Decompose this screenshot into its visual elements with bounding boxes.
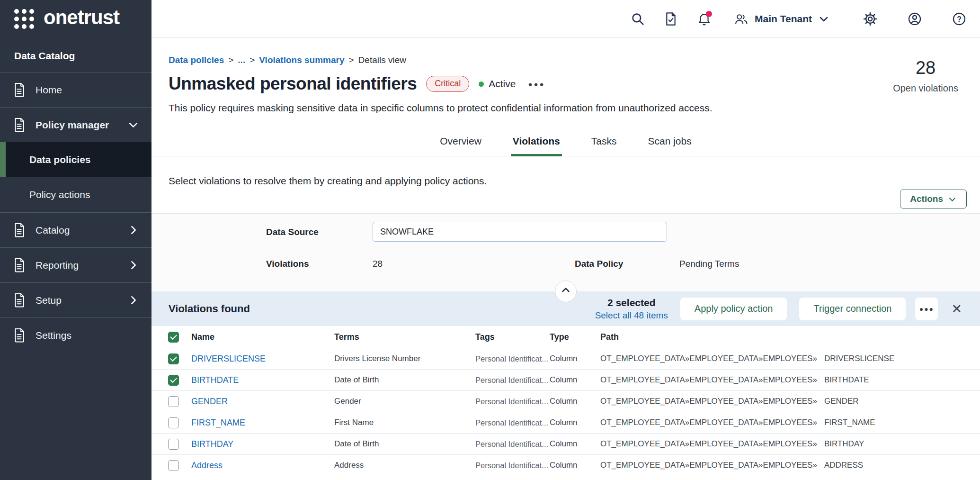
logo-wordmark: onetrust xyxy=(44,8,119,30)
sidebar-item-label: Reporting xyxy=(36,260,79,271)
violation-name-link[interactable]: Address xyxy=(191,461,334,471)
row-checkbox[interactable] xyxy=(168,439,179,450)
product-name: Data Catalog xyxy=(0,38,151,72)
chevron-down-icon xyxy=(127,119,139,131)
document-icon xyxy=(13,118,26,132)
sidebar-item-policy-actions[interactable]: Policy actions xyxy=(0,177,151,212)
panel-more-options-icon[interactable]: ●●● xyxy=(915,298,938,320)
table-row: BIRTHDATEDate of BirthPersonal Identific… xyxy=(151,370,980,391)
sidebar-item-settings[interactable]: Settings xyxy=(0,317,151,353)
tenant-selector[interactable]: Main Tenant xyxy=(734,13,829,25)
apply-policy-action-button[interactable]: Apply policy action xyxy=(680,298,787,320)
row-checkbox[interactable] xyxy=(168,417,179,428)
violation-name-link[interactable]: FIRST_NAME xyxy=(191,418,334,428)
more-options-icon[interactable]: ●●● xyxy=(525,78,548,90)
sidebar-item-home[interactable]: Home xyxy=(0,72,151,107)
violation-name-link[interactable]: BIRTHDATE xyxy=(191,375,334,385)
tab-violations[interactable]: Violations xyxy=(511,129,562,156)
table-row: BIRTHDAYDate of BirthPersonal Identifica… xyxy=(151,434,980,455)
data-source-input[interactable] xyxy=(373,222,667,242)
data-policy-label: Data Policy xyxy=(575,259,623,269)
breadcrumb-separator: > xyxy=(228,55,233,65)
row-checkbox[interactable] xyxy=(168,396,179,407)
column-header-path: Path xyxy=(600,332,980,342)
sidebar-item-data-policies[interactable]: Data policies xyxy=(0,142,151,177)
chevron-up-icon xyxy=(560,284,572,297)
violation-term: First Name xyxy=(334,418,475,427)
row-checkbox[interactable] xyxy=(168,460,179,471)
sidebar-item-label: Policy actions xyxy=(29,189,90,200)
violation-path: OT_EMPLOYEE_DATA»EMPLOYEE_DATA»EMPLOYEES… xyxy=(600,375,980,385)
instruction-text: Select violations to resolve them by cre… xyxy=(169,175,963,187)
settings-gear-icon[interactable] xyxy=(859,8,882,30)
violations-found-title: Violations found xyxy=(169,303,250,315)
account-icon[interactable] xyxy=(903,8,926,30)
chevron-right-icon xyxy=(127,259,139,271)
document-icon xyxy=(13,328,26,343)
violation-path: OT_EMPLOYEE_DATA»EMPLOYEE_DATA»EMPLOYEES… xyxy=(600,418,980,427)
status-indicator: Active xyxy=(479,78,516,90)
breadcrumb-item-data-policies[interactable]: Data policies xyxy=(169,55,224,65)
select-all-link[interactable]: Select all 48 items xyxy=(595,310,668,321)
tenant-label: Main Tenant xyxy=(755,13,812,25)
notifications-bell-icon[interactable] xyxy=(693,8,715,30)
violation-name-link[interactable]: BIRTHDAY xyxy=(191,439,334,449)
document-icon xyxy=(13,82,26,97)
sidebar-item-label: Policy manager xyxy=(36,119,109,131)
main-area: Main Tenant ? Data policies>...> xyxy=(151,0,980,480)
policy-description: This policy requires masking sensitive d… xyxy=(169,102,963,114)
violation-type: Column xyxy=(550,418,600,427)
tab-overview[interactable]: Overview xyxy=(438,129,483,156)
violation-type: Column xyxy=(550,397,600,406)
sidebar-item-policy-manager[interactable]: Policy manager xyxy=(0,107,151,142)
onetrust-logo[interactable]: onetrust xyxy=(0,0,151,38)
violation-tags: Personal Identificat... xyxy=(475,440,550,449)
sidebar-item-reporting[interactable]: Reporting xyxy=(0,247,151,282)
chevron-down-icon xyxy=(948,195,957,204)
select-all-checkbox[interactable] xyxy=(168,332,179,343)
table-body: DRIVERSLICENSEDrivers License NumberPers… xyxy=(151,348,980,476)
violation-name-link[interactable]: GENDER xyxy=(191,397,334,407)
violation-term: Address xyxy=(334,461,475,470)
breadcrumb-item-violations-summary[interactable]: Violations summary xyxy=(259,55,344,65)
content: Data policies>...>Violations summary>Det… xyxy=(151,38,980,480)
table-row: GENDERGenderPersonal Identificat...Colum… xyxy=(151,391,980,412)
violation-name-link[interactable]: DRIVERSLICENSE xyxy=(191,354,334,364)
row-checkbox[interactable] xyxy=(168,375,179,386)
selected-count: 2 selected xyxy=(607,297,656,308)
document-icon xyxy=(13,293,26,308)
row-checkbox[interactable] xyxy=(168,353,179,364)
actions-button-label: Actions xyxy=(910,194,943,204)
table-header: Name Terms Tags Type Path xyxy=(151,326,980,348)
breadcrumb-item-[interactable]: ... xyxy=(238,55,245,65)
sidebar-item-setup[interactable]: Setup xyxy=(0,282,151,317)
sidebar-item-label: Catalog xyxy=(36,225,70,236)
close-icon[interactable]: ✕ xyxy=(947,299,966,318)
open-violations-label: Open violations xyxy=(893,83,958,94)
actions-button[interactable]: Actions xyxy=(900,190,967,208)
chevron-right-icon xyxy=(127,294,139,306)
tab-bar: OverviewViolationsTasksScan jobs xyxy=(151,129,980,156)
chevron-down-icon xyxy=(818,13,829,25)
violation-path: OT_EMPLOYEE_DATA»EMPLOYEE_DATA»EMPLOYEES… xyxy=(600,397,980,406)
breadcrumb: Data policies>...>Violations summary>Det… xyxy=(169,55,963,65)
scan-results-icon[interactable] xyxy=(659,8,682,30)
search-icon[interactable] xyxy=(626,8,649,30)
open-violations-count: 28 xyxy=(893,58,958,78)
sidebar: onetrust Data Catalog HomePolicy manager… xyxy=(0,0,151,480)
violation-path: OT_EMPLOYEE_DATA»EMPLOYEE_DATA»EMPLOYEES… xyxy=(600,354,980,363)
sidebar-item-catalog[interactable]: Catalog xyxy=(0,212,151,247)
sidebar-item-label: Setup xyxy=(36,295,62,306)
column-header-tags: Tags xyxy=(475,332,550,342)
help-icon[interactable]: ? xyxy=(948,8,971,30)
violation-term: Date of Birth xyxy=(334,375,475,385)
topbar: Main Tenant ? xyxy=(151,0,980,38)
collapse-section-button[interactable] xyxy=(555,281,577,302)
tab-scan-jobs[interactable]: Scan jobs xyxy=(646,129,693,156)
tenant-people-icon xyxy=(734,13,748,25)
violation-term: Drivers License Number xyxy=(334,354,475,363)
violation-type: Column xyxy=(550,439,600,449)
breadcrumb-separator: > xyxy=(249,55,255,65)
tab-tasks[interactable]: Tasks xyxy=(589,129,619,156)
trigger-connection-button[interactable]: Trigger connection xyxy=(799,298,906,320)
